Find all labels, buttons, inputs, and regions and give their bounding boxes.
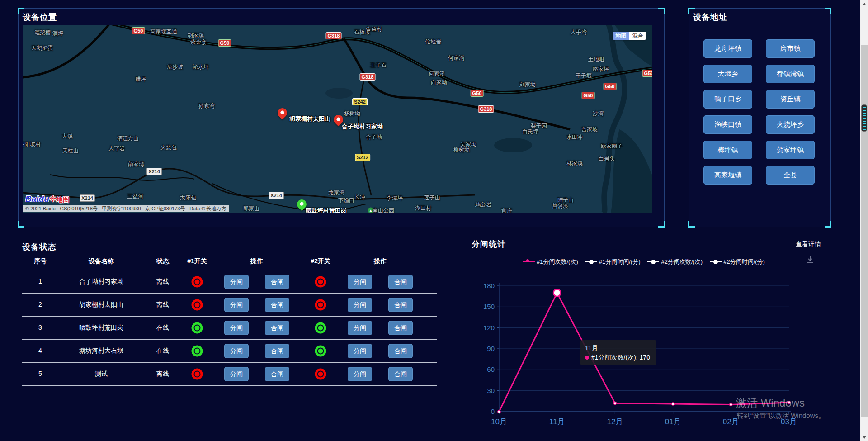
scrollbar-down-arrow[interactable] (860, 433, 868, 441)
corner-decoration (825, 8, 831, 14)
address-button[interactable]: 高家堰镇 (703, 166, 752, 185)
x-axis-tick-label: 10月 (491, 417, 507, 426)
view-details-link[interactable]: 查看详情 (796, 240, 821, 248)
scroll-indicator-widget[interactable] (861, 104, 867, 132)
baidu-logo[interactable]: Baidu❉地图 (25, 194, 69, 204)
legend-item[interactable]: #2分闸次数/(次) (647, 258, 703, 266)
map-place-label: 人手湾 (571, 28, 587, 36)
route-shield: G50 (471, 90, 484, 97)
legend-label: #1分闸时间/(分) (599, 258, 641, 266)
open-switch2-button[interactable]: 分闸 (348, 275, 372, 289)
table-header-row: 序号设备名称状态#1开关操作#2开关操作 (22, 253, 437, 270)
map-place-label: 佗地岩 (425, 38, 441, 46)
close-switch2-button[interactable]: 合闸 (388, 298, 413, 312)
open-switch2-button[interactable]: 分闸 (348, 321, 372, 335)
address-button[interactable]: 都镇湾镇 (766, 65, 815, 83)
baidu-map[interactable]: 笔架槽洞坪高家堰互通天鹅抱蛋胡家溪紫金寨金益村石板坡佗地岩人手湾土地咀路家坪干子… (23, 25, 652, 213)
table-row: 3晒鼓坪村荒田岗在线分闸合闸分闸合闸 (22, 317, 437, 340)
map-place-label: 天鹅抱蛋 (31, 44, 53, 52)
legend-item[interactable]: #1分闸次数/(次) (523, 258, 578, 266)
address-button[interactable]: 大堰乡 (703, 65, 752, 83)
close-switch1-button[interactable]: 合闸 (265, 321, 289, 335)
switch1-indicator (192, 276, 203, 288)
download-icon[interactable] (806, 255, 815, 266)
switch1-indicator (192, 322, 203, 334)
y-axis-tick-label: 0 (491, 408, 495, 415)
address-button[interactable]: 磨市镇 (766, 39, 815, 58)
legend-marker-icon (710, 260, 722, 264)
map-place-label: 郎家山 (243, 205, 259, 213)
table-row: 4塘坊河村大石坝在线分闸合闸分闸合闸 (22, 340, 437, 363)
address-button[interactable]: 龙舟坪镇 (703, 39, 752, 58)
open-switch2-button[interactable]: 分闸 (348, 367, 372, 381)
legend-item[interactable]: #1分闸时间/(分) (585, 258, 641, 266)
map-place-label: 王子石 (370, 62, 387, 69)
route-shield: G318 (360, 73, 376, 81)
map-place-label: 大溪 (62, 133, 73, 140)
close-switch1-button[interactable]: 合闸 (265, 344, 289, 358)
scrollbar-thumb[interactable] (861, 45, 868, 417)
close-switch2-button[interactable]: 合闸 (388, 367, 413, 381)
open-switch2-button[interactable]: 分闸 (348, 298, 372, 312)
column-header: 操作 (374, 257, 387, 266)
map-place-label: 天柱山 (62, 147, 79, 155)
x-axis-tick-label: 01月 (665, 417, 681, 426)
address-button[interactable]: 鸭子口乡 (703, 90, 752, 109)
map-place-label: 合子坳 (366, 133, 382, 141)
open-switch1-button[interactable]: 分闸 (224, 275, 249, 289)
open-switch2-button[interactable]: 分闸 (348, 344, 372, 358)
device-address-title: 设备地址 (693, 12, 727, 23)
close-switch1-button[interactable]: 合闸 (265, 275, 289, 289)
map-place-label: 下渔口 (338, 197, 354, 204)
open-switch1-button[interactable]: 分闸 (224, 298, 249, 312)
x-axis-tick-label: 11月 (549, 417, 565, 426)
route-shield: G50 (132, 27, 145, 34)
close-switch1-button[interactable]: 合闸 (265, 367, 289, 381)
map-place-label: 人字岩 (108, 145, 125, 152)
row-seq: 3 (38, 324, 42, 331)
open-switch1-button[interactable]: 分闸 (224, 367, 249, 381)
address-button[interactable]: 资丘镇 (766, 90, 815, 109)
switch2-indicator (315, 322, 326, 334)
y-axis-tick-label: 60 (487, 365, 495, 373)
map-place-label: 林家溪 (566, 160, 583, 167)
open-switch1-button[interactable]: 分闸 (224, 321, 249, 335)
column-header: 设备名称 (89, 257, 114, 266)
map-type-hybrid-button[interactable]: 混合 (629, 32, 646, 40)
close-switch1-button[interactable]: 合闸 (265, 298, 289, 312)
row-device-name: 胡家棚村太阳山 (79, 301, 123, 309)
tooltip-title: 11月 (585, 343, 652, 353)
close-switch2-button[interactable]: 合闸 (388, 344, 413, 358)
close-switch2-button[interactable]: 合闸 (388, 275, 413, 289)
corner-decoration (658, 8, 665, 14)
route-shield: G50 (218, 39, 231, 47)
row-device-name: 测试 (95, 370, 108, 378)
map-type-map-button[interactable]: 地图 (613, 32, 629, 40)
scrollbar-up-arrow[interactable] (860, 0, 868, 8)
map-place-label: 何家溪 (429, 70, 445, 78)
legend-label: #1分闸次数/(次) (537, 258, 578, 266)
row-device-name: 塘坊河村大石坝 (79, 347, 123, 355)
row-status: 在线 (156, 324, 169, 332)
device-location-panel: 设备位置 (18, 8, 665, 227)
map-place-label: 孙家湾 (198, 102, 215, 110)
row-status: 离线 (156, 278, 169, 286)
dashboard: 设备位置 (0, 0, 868, 441)
address-button[interactable]: 贺家坪镇 (766, 141, 815, 159)
address-button[interactable]: 全县 (766, 166, 815, 185)
map-place-label: 清江方山 (117, 135, 139, 142)
chart-legend: #1分闸次数/(次)#1分闸时间/(分)#2分闸次数/(次)#2分闸时间/(分) (523, 258, 765, 266)
map-place-label: 水田冲 (566, 133, 583, 141)
scrollbar (860, 0, 868, 441)
address-button[interactable]: 渔峡口镇 (703, 115, 752, 134)
column-header: 序号 (34, 257, 47, 266)
close-switch2-button[interactable]: 合闸 (388, 321, 413, 335)
open-switch1-button[interactable]: 分闸 (224, 344, 249, 358)
legend-marker-icon (647, 260, 659, 264)
route-shield: X214 (269, 192, 284, 199)
address-button[interactable]: 火烧坪乡 (766, 115, 815, 134)
map-place-label: 何家淌 (448, 54, 464, 62)
address-button[interactable]: 榔坪镇 (703, 141, 752, 159)
legend-item[interactable]: #2分闸时间/(分) (710, 258, 765, 266)
y-axis-tick-label: 120 (483, 324, 495, 332)
